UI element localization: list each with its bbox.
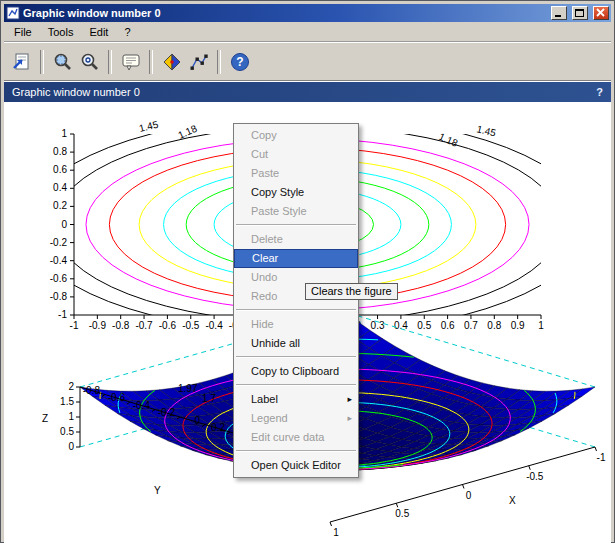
menu-item-label: Unhide all: [251, 337, 300, 349]
toolbar-separator: [217, 50, 221, 74]
svg-text:0.4: 0.4: [53, 182, 67, 193]
toolbar-separator: [40, 50, 44, 74]
docking-bar-title: Graphic window number 0: [12, 86, 140, 98]
svg-text:-0.4: -0.4: [50, 255, 68, 266]
svg-text:0.2: 0.2: [53, 200, 67, 211]
tooltip: Clears the figure: [305, 283, 398, 300]
svg-text:0.6: 0.6: [441, 320, 455, 331]
figure-editor-button[interactable]: [117, 48, 144, 75]
menu-edit[interactable]: Edit: [81, 24, 116, 40]
minimize-button[interactable]: [551, 6, 567, 20]
svg-text:-0.7: -0.7: [135, 320, 153, 331]
menu-item-open-quick-editor[interactable]: Open Quick Editor: [234, 456, 358, 475]
svg-text:-0.9: -0.9: [89, 320, 107, 331]
help-button[interactable]: ?: [226, 48, 253, 75]
svg-text:0: 0: [466, 490, 472, 501]
window-icon: [6, 6, 20, 20]
menu-item-hide: Hide: [234, 315, 358, 334]
export-button[interactable]: [8, 48, 35, 75]
zoom-area-button[interactable]: [49, 48, 76, 75]
menu-item-clear[interactable]: Clear: [234, 249, 358, 268]
svg-text:0: 0: [68, 441, 74, 452]
menu-item-label: Copy to Clipboard: [251, 365, 339, 377]
svg-text:0.8: 0.8: [487, 320, 501, 331]
svg-text:-0.5: -0.5: [182, 320, 200, 331]
svg-text:-0.6: -0.6: [50, 273, 68, 284]
svg-text:0.5: 0.5: [417, 320, 431, 331]
close-icon: [595, 8, 607, 18]
svg-text:0.6: 0.6: [53, 164, 67, 175]
svg-text:-0.2: -0.2: [50, 237, 68, 248]
close-button[interactable]: [593, 6, 609, 20]
svg-text:-1: -1: [597, 452, 606, 463]
menu-item-label: Undo: [251, 271, 277, 283]
unzoom-button[interactable]: [76, 48, 103, 75]
svg-text:0.9: 0.9: [511, 320, 525, 331]
unzoom-icon: [79, 51, 101, 73]
menu-item-label: Copy: [251, 129, 277, 141]
svg-text:?: ?: [236, 55, 243, 69]
menu-item-delete: Delete: [234, 230, 358, 249]
svg-text:1.97: 1.97: [178, 383, 198, 394]
svg-text:0.8: 0.8: [53, 146, 67, 157]
figure-editor-icon: [120, 51, 142, 73]
menu-item-label: Redo: [251, 290, 277, 302]
menu-item-cut: Cut: [234, 145, 358, 164]
menu-item-label: Label: [251, 393, 278, 405]
menu-item-label: Paste Style: [251, 205, 307, 217]
graphic-window: Graphic window number 0 File Tools Edit …: [0, 0, 615, 543]
menu-item-paste: Paste: [234, 164, 358, 183]
menu-item-copy: Copy: [234, 126, 358, 145]
submenu-arrow-icon: ▸: [347, 409, 352, 428]
menu-item-label: Clear: [252, 252, 278, 264]
zoom-area-icon: [52, 51, 74, 73]
svg-text:-0.4: -0.4: [205, 320, 223, 331]
minimize-icon: [553, 8, 565, 18]
docking-help-button[interactable]: ?: [596, 86, 603, 98]
menu-item-label: Copy Style: [251, 186, 304, 198]
menu-help[interactable]: ?: [116, 24, 138, 40]
menu-separator: [236, 384, 356, 386]
svg-text:Y: Y: [154, 485, 161, 496]
svg-text:-0.6: -0.6: [159, 320, 177, 331]
svg-text:0.2: 0.2: [211, 422, 225, 433]
datatip-button[interactable]: [185, 48, 212, 75]
rotate-button[interactable]: [158, 48, 185, 75]
menu-file[interactable]: File: [6, 24, 40, 40]
toolbar: ?: [4, 42, 611, 81]
svg-text:0: 0: [194, 415, 200, 426]
menu-item-unhide-all[interactable]: Unhide all: [234, 334, 358, 353]
menu-item-copy-to-clipboard[interactable]: Copy to Clipboard: [234, 362, 358, 381]
svg-text:-1: -1: [70, 320, 79, 331]
svg-text:-1: -1: [58, 309, 67, 320]
maximize-icon: [574, 8, 586, 18]
svg-text:0.5: 0.5: [395, 508, 409, 519]
toolbar-separator: [108, 50, 112, 74]
titlebar[interactable]: Graphic window number 0: [4, 4, 611, 22]
menu-tools[interactable]: Tools: [40, 24, 82, 40]
svg-text:0: 0: [61, 219, 67, 230]
menu-item-label[interactable]: Label▸: [234, 390, 358, 409]
svg-text:-0.8: -0.8: [50, 291, 68, 302]
help-icon: ?: [229, 51, 251, 73]
menu-item-paste-style: Paste Style: [234, 202, 358, 221]
menu-separator: [236, 224, 356, 226]
maximize-button[interactable]: [572, 6, 588, 20]
svg-text:1: 1: [538, 320, 544, 331]
menu-bar: File Tools Edit ?: [4, 22, 611, 42]
menu-item-edit-curve-data: Edit curve data: [234, 428, 358, 447]
toolbar-separator: [149, 50, 153, 74]
svg-text:-0.8: -0.8: [83, 385, 101, 396]
svg-text:-0.2: -0.2: [158, 407, 176, 418]
context-menu: CopyCutPasteCopy StylePaste StyleDeleteC…: [233, 123, 359, 478]
svg-text:-0.8: -0.8: [112, 320, 130, 331]
svg-text:1.7: 1.7: [202, 393, 216, 404]
menu-item-label: Cut: [251, 148, 268, 160]
menu-separator: [236, 450, 356, 452]
menu-item-label: Open Quick Editor: [251, 459, 341, 471]
rotate-icon: [161, 51, 183, 73]
svg-text:1: 1: [333, 527, 339, 538]
svg-text:-0.6: -0.6: [108, 392, 126, 403]
menu-item-label: Paste: [251, 167, 279, 179]
menu-item-copy-style[interactable]: Copy Style: [234, 183, 358, 202]
